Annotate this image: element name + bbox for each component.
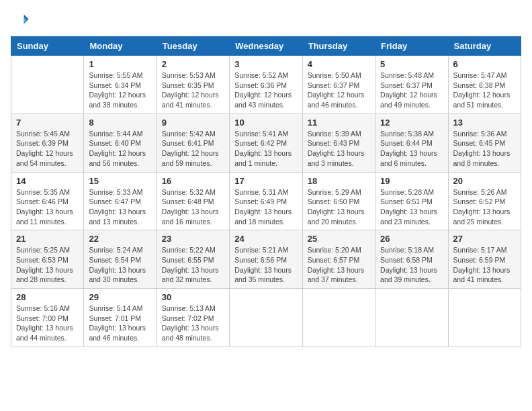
calendar-week-5: 28Sunrise: 5:16 AM Sunset: 7:00 PM Dayli… [11,289,521,347]
cell-details: Sunrise: 5:39 AM Sunset: 6:43 PM Dayligh… [308,129,370,169]
cell-details: Sunrise: 5:16 AM Sunset: 7:00 PM Dayligh… [16,304,79,343]
weekday-header-monday: Monday [84,37,157,56]
weekday-header-friday: Friday [375,37,448,56]
cell-details: Sunrise: 5:18 AM Sunset: 6:58 PM Dayligh… [380,245,443,285]
calendar-cell: 13Sunrise: 5:36 AM Sunset: 6:45 PM Dayli… [448,113,521,172]
day-number: 27 [453,234,516,244]
day-number: 25 [308,234,370,244]
calendar-table: SundayMondayTuesdayWednesdayThursdayFrid… [11,36,521,347]
calendar-week-4: 21Sunrise: 5:25 AM Sunset: 6:53 PM Dayli… [11,230,521,289]
cell-details: Sunrise: 5:47 AM Sunset: 6:38 PM Dayligh… [453,71,516,110]
day-number: 22 [89,234,151,244]
cell-details: Sunrise: 5:48 AM Sunset: 6:37 PM Dayligh… [380,71,443,110]
day-number: 3 [234,59,297,69]
day-number: 16 [162,176,224,186]
calendar-week-2: 7Sunrise: 5:45 AM Sunset: 6:39 PM Daylig… [11,113,521,172]
calendar-cell: 29Sunrise: 5:14 AM Sunset: 7:01 PM Dayli… [84,289,157,347]
calendar-cell: 3Sunrise: 5:52 AM Sunset: 6:36 PM Daylig… [230,56,302,114]
day-number: 24 [234,234,297,244]
cell-details: Sunrise: 5:55 AM Sunset: 6:34 PM Dayligh… [89,71,151,110]
calendar-cell: 10Sunrise: 5:41 AM Sunset: 6:42 PM Dayli… [230,113,302,172]
day-number: 19 [380,176,443,186]
calendar-cell: 4Sunrise: 5:50 AM Sunset: 6:37 PM Daylig… [302,56,375,114]
weekday-header-sunday: Sunday [11,37,84,56]
calendar-cell [375,289,448,347]
day-number: 6 [453,59,516,69]
cell-details: Sunrise: 5:31 AM Sunset: 6:49 PM Dayligh… [234,187,297,227]
calendar-cell [448,289,521,347]
cell-details: Sunrise: 5:13 AM Sunset: 7:02 PM Dayligh… [162,304,224,343]
cell-details: Sunrise: 5:41 AM Sunset: 6:42 PM Dayligh… [234,129,297,169]
calendar-cell: 27Sunrise: 5:17 AM Sunset: 6:59 PM Dayli… [448,230,521,289]
cell-details: Sunrise: 5:38 AM Sunset: 6:44 PM Dayligh… [380,129,443,169]
calendar-cell: 11Sunrise: 5:39 AM Sunset: 6:43 PM Dayli… [302,113,375,172]
day-number: 4 [308,59,370,69]
calendar-cell: 6Sunrise: 5:47 AM Sunset: 6:38 PM Daylig… [448,56,521,114]
calendar-cell: 7Sunrise: 5:45 AM Sunset: 6:39 PM Daylig… [11,113,84,172]
cell-details: Sunrise: 5:52 AM Sunset: 6:36 PM Dayligh… [234,71,297,110]
cell-details: Sunrise: 5:42 AM Sunset: 6:41 PM Dayligh… [162,129,224,169]
weekday-header-wednesday: Wednesday [230,37,302,56]
cell-details: Sunrise: 5:53 AM Sunset: 6:35 PM Dayligh… [162,71,224,110]
cell-details: Sunrise: 5:32 AM Sunset: 6:48 PM Dayligh… [162,187,224,227]
day-number: 5 [380,59,443,69]
cell-details: Sunrise: 5:26 AM Sunset: 6:52 PM Dayligh… [453,187,516,227]
calendar-week-3: 14Sunrise: 5:35 AM Sunset: 6:46 PM Dayli… [11,172,521,230]
day-number: 30 [162,292,224,302]
calendar-cell: 23Sunrise: 5:22 AM Sunset: 6:55 PM Dayli… [157,230,229,289]
cell-details: Sunrise: 5:28 AM Sunset: 6:51 PM Dayligh… [380,187,443,227]
calendar-cell: 18Sunrise: 5:29 AM Sunset: 6:50 PM Dayli… [302,172,375,230]
calendar-cell: 26Sunrise: 5:18 AM Sunset: 6:58 PM Dayli… [375,230,448,289]
calendar-cell: 25Sunrise: 5:20 AM Sunset: 6:57 PM Dayli… [302,230,375,289]
cell-details: Sunrise: 5:33 AM Sunset: 6:47 PM Dayligh… [89,187,151,227]
calendar-cell: 28Sunrise: 5:16 AM Sunset: 7:00 PM Dayli… [11,289,84,347]
day-number: 1 [89,59,151,69]
day-number: 7 [16,118,79,128]
calendar-week-1: 1Sunrise: 5:55 AM Sunset: 6:34 PM Daylig… [11,56,521,114]
calendar-cell: 21Sunrise: 5:25 AM Sunset: 6:53 PM Dayli… [11,230,84,289]
cell-details: Sunrise: 5:14 AM Sunset: 7:01 PM Dayligh… [89,304,151,343]
cell-details: Sunrise: 5:50 AM Sunset: 6:37 PM Dayligh… [308,71,370,110]
weekday-header-saturday: Saturday [448,37,521,56]
calendar-cell: 2Sunrise: 5:53 AM Sunset: 6:35 PM Daylig… [157,56,229,114]
cell-details: Sunrise: 5:24 AM Sunset: 6:54 PM Dayligh… [89,245,151,285]
day-number: 21 [16,234,79,244]
day-number: 14 [16,176,79,186]
day-number: 26 [380,234,443,244]
calendar-cell: 14Sunrise: 5:35 AM Sunset: 6:46 PM Dayli… [11,172,84,230]
day-number: 23 [162,234,224,244]
calendar-cell: 24Sunrise: 5:21 AM Sunset: 6:56 PM Dayli… [230,230,302,289]
day-number: 12 [380,118,443,128]
day-number: 2 [162,59,224,69]
weekday-header-row: SundayMondayTuesdayWednesdayThursdayFrid… [11,37,521,56]
weekday-header-thursday: Thursday [302,37,375,56]
cell-details: Sunrise: 5:20 AM Sunset: 6:57 PM Dayligh… [308,245,370,285]
calendar-cell: 15Sunrise: 5:33 AM Sunset: 6:47 PM Dayli… [84,172,157,230]
calendar-cell: 17Sunrise: 5:31 AM Sunset: 6:49 PM Dayli… [230,172,302,230]
calendar-cell: 30Sunrise: 5:13 AM Sunset: 7:02 PM Dayli… [157,289,229,347]
cell-details: Sunrise: 5:44 AM Sunset: 6:40 PM Dayligh… [89,129,151,169]
calendar-cell [230,289,302,347]
calendar-cell: 22Sunrise: 5:24 AM Sunset: 6:54 PM Dayli… [84,230,157,289]
cell-details: Sunrise: 5:22 AM Sunset: 6:55 PM Dayligh… [162,245,224,285]
day-number: 18 [308,176,370,186]
calendar-cell: 9Sunrise: 5:42 AM Sunset: 6:41 PM Daylig… [157,113,229,172]
day-number: 8 [89,118,151,128]
calendar-cell: 1Sunrise: 5:55 AM Sunset: 6:34 PM Daylig… [84,56,157,114]
cell-details: Sunrise: 5:25 AM Sunset: 6:53 PM Dayligh… [16,245,79,285]
cell-details: Sunrise: 5:35 AM Sunset: 6:46 PM Dayligh… [16,187,79,227]
day-number: 11 [308,118,370,128]
logo-icon [11,11,30,30]
logo [11,11,32,30]
day-number: 17 [234,176,297,186]
calendar-cell [11,56,84,114]
calendar-cell [302,289,375,347]
calendar-cell: 16Sunrise: 5:32 AM Sunset: 6:48 PM Dayli… [157,172,229,230]
weekday-header-tuesday: Tuesday [157,37,229,56]
cell-details: Sunrise: 5:21 AM Sunset: 6:56 PM Dayligh… [234,245,297,285]
day-number: 10 [234,118,297,128]
calendar-cell: 20Sunrise: 5:26 AM Sunset: 6:52 PM Dayli… [448,172,521,230]
cell-details: Sunrise: 5:17 AM Sunset: 6:59 PM Dayligh… [453,245,516,285]
cell-details: Sunrise: 5:36 AM Sunset: 6:45 PM Dayligh… [453,129,516,169]
day-number: 15 [89,176,151,186]
